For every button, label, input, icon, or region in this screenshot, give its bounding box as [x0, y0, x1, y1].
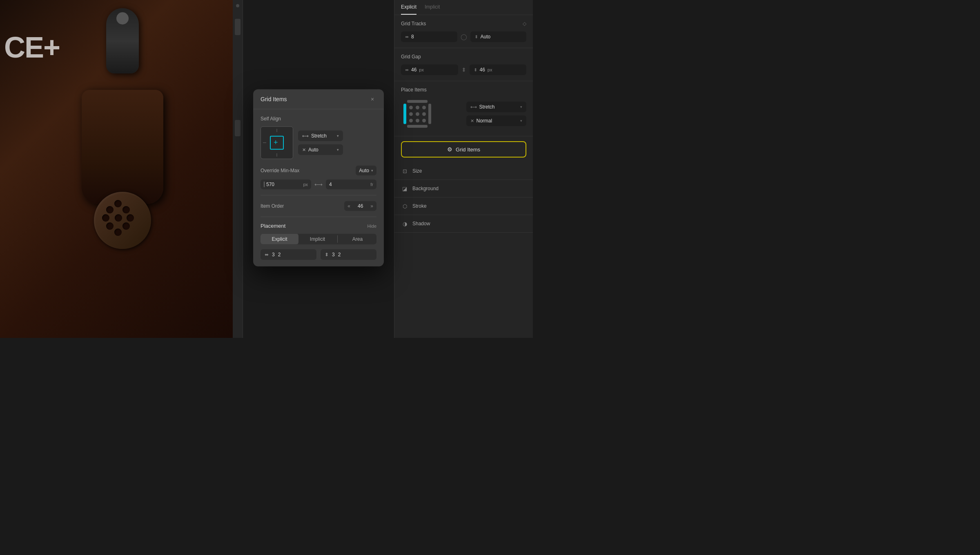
- grid-tracks-header: Grid Tracks ◇: [401, 21, 526, 27]
- dot: [416, 112, 419, 116]
- auto-arrow-icon: ▾: [337, 148, 339, 152]
- grid-items-button[interactable]: ⚙ Grid Items: [401, 141, 526, 158]
- dot-grid-dots: [409, 106, 426, 122]
- width-divider: [264, 182, 265, 187]
- size-inputs: 570 px ⟷ 4 fr: [261, 180, 376, 189]
- grid-bar-top: [407, 100, 428, 103]
- sidebar-dot: [236, 4, 239, 7]
- sidebar-rect2[interactable]: [235, 120, 241, 136]
- placement-header: Placement Hide: [261, 223, 376, 229]
- place-stretch-icon: ⟷: [470, 104, 477, 110]
- size-section-row[interactable]: ⊡ Size: [394, 162, 533, 180]
- placement-hide-btn[interactable]: Hide: [367, 223, 376, 228]
- modal-grid-items: Grid Items × Self Align ⟷ S: [253, 89, 384, 266]
- placement-section: Placement Hide Explicit Implicit Area ⬌ …: [261, 223, 376, 260]
- place-items-title: Place Items: [401, 87, 427, 93]
- dial-hole: [127, 214, 134, 222]
- fr-input-group[interactable]: 4 fr: [326, 180, 376, 189]
- row-span: 2: [338, 252, 341, 258]
- auto-icon: ✕: [302, 147, 306, 152]
- background-icon: ◪: [401, 185, 408, 192]
- grid-items-btn-label: Grid Items: [456, 147, 480, 153]
- modal-header: Grid Items ×: [253, 89, 384, 109]
- width-value: 570: [266, 182, 301, 187]
- placement-tab-area[interactable]: Area: [339, 234, 376, 244]
- grid-bar-left: [403, 104, 406, 124]
- placement-tab-implicit[interactable]: Implicit: [298, 234, 336, 244]
- dial-hole: [114, 200, 122, 207]
- background-section-row[interactable]: ◪ Background: [394, 180, 533, 198]
- right-panel: Explicit Implicit Grid Tracks ◇ ⬌ 8 ◯ ⬍ …: [394, 0, 533, 338]
- row-tracks-value: Auto: [481, 34, 491, 40]
- tracks-sep: ◯: [461, 33, 467, 40]
- grid-gap-col-input[interactable]: ⬌ 46 px: [401, 64, 458, 75]
- place-controls: ⟷ Stretch ▾ ✕ Normal ▾: [466, 102, 527, 126]
- gap-col-value: 46: [411, 67, 416, 73]
- panel-tab-explicit[interactable]: Explicit: [401, 0, 416, 15]
- grid-tracks-row-input[interactable]: ⬍ Auto: [470, 31, 527, 42]
- panel-tab-implicit[interactable]: Implicit: [425, 0, 440, 15]
- grid-bar-bottom: [407, 125, 428, 128]
- placement-tab-explicit[interactable]: Explicit: [261, 234, 298, 244]
- self-align-row: ⟷ Stretch ▾ ✕ Auto ▾: [261, 127, 376, 159]
- modal-close-button[interactable]: ×: [368, 95, 376, 103]
- dot: [416, 106, 419, 109]
- background-label: Background: [412, 186, 439, 191]
- gap-col-unit: px: [419, 67, 424, 72]
- placement-tabs: Explicit Implicit Area: [261, 234, 376, 244]
- align-inner-cross: [274, 140, 280, 146]
- grid-tracks-row: ⬌ 8 ◯ ⬍ Auto: [401, 31, 526, 42]
- row-input-group[interactable]: ⬍ 3 2: [321, 249, 376, 260]
- shadow-section-row[interactable]: ◑ Shadow: [394, 215, 533, 233]
- stroke-icon: ⬡: [401, 202, 408, 210]
- item-order-next-btn[interactable]: »: [367, 201, 376, 211]
- col-span: 2: [278, 252, 281, 258]
- tel-handset: [106, 8, 139, 73]
- dot: [409, 119, 413, 122]
- auto-dropdown[interactable]: ✕ Auto ▾: [298, 144, 343, 155]
- grid-tracks-col-input[interactable]: ⬌ 8: [401, 31, 457, 42]
- place-items-section: Place Items: [394, 81, 533, 136]
- grid-gap-row: ⬌ 46 px ⬍ ⬍ 46 px: [401, 64, 526, 75]
- width-input-group[interactable]: 570 px: [261, 180, 311, 189]
- modal-body: Self Align ⟷ Stretch ▾: [253, 109, 384, 266]
- col-tracks-value: 8: [411, 34, 414, 40]
- dot: [416, 119, 419, 122]
- dial-hole: [122, 206, 130, 213]
- telephone-illustration: [82, 8, 225, 294]
- tab-pipe: [337, 235, 338, 243]
- dot: [409, 106, 413, 109]
- col-input-group[interactable]: ⬌ 3 2: [261, 249, 316, 260]
- override-value: Auto: [359, 168, 369, 173]
- item-order-value: 46: [354, 201, 367, 211]
- place-stretch-dropdown[interactable]: ⟷ Stretch ▾: [466, 102, 527, 112]
- shadow-icon: ◑: [401, 220, 408, 227]
- place-normal-arrow: ▾: [520, 119, 522, 123]
- override-dropdown[interactable]: Auto ▾: [356, 166, 376, 175]
- item-order-prev-btn[interactable]: «: [344, 201, 354, 211]
- dot: [422, 112, 426, 116]
- stroke-section-row[interactable]: ⬡ Stroke: [394, 198, 533, 215]
- self-align-label: Self Align: [261, 116, 376, 122]
- stroke-label: Stroke: [412, 203, 427, 209]
- stretch-dropdown[interactable]: ⟷ Stretch ▾: [298, 131, 343, 141]
- gap-row-unit: px: [488, 67, 492, 72]
- row-icon: ⬍: [325, 252, 329, 258]
- dot-grid-container: [401, 98, 434, 130]
- place-normal-icon: ✕: [470, 118, 474, 124]
- grid-bar-right: [428, 104, 431, 124]
- dialog-container: Grid Items × Self Align ⟷ S: [243, 0, 394, 338]
- stretch-arrow-icon: ▾: [337, 134, 339, 138]
- panel-tabs: Explicit Implicit: [394, 0, 533, 15]
- dot: [422, 106, 426, 109]
- auto-text: Auto: [308, 147, 334, 153]
- tel-dial: [94, 192, 151, 249]
- row-tracks-icon: ⬍: [474, 34, 478, 40]
- sidebar-rect[interactable]: [235, 19, 241, 35]
- grid-tracks-icon[interactable]: ◇: [523, 21, 526, 27]
- item-order-label: Item Order: [261, 203, 284, 209]
- place-normal-dropdown[interactable]: ✕ Normal ▾: [466, 115, 527, 126]
- modal-title: Grid Items: [261, 96, 287, 102]
- grid-gap-row-input[interactable]: ⬍ 46 px: [470, 64, 527, 75]
- item-order-controls: « 46 »: [344, 201, 376, 211]
